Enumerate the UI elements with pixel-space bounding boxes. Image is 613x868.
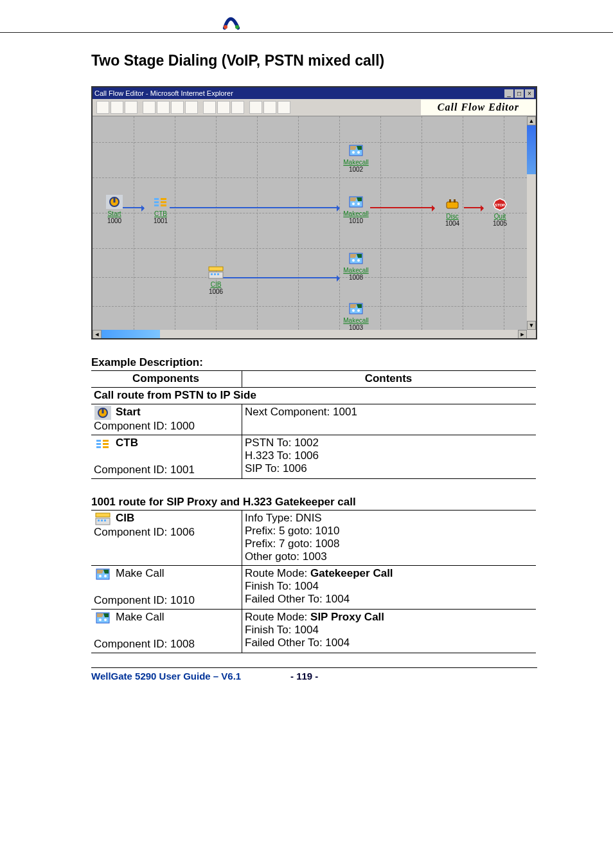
tb-grid-icon[interactable] [263,101,276,114]
footer: WellGate 5290 User Guide – V6.1 - 119 - [91,667,537,682]
row-mc1008-comp: Make Call Component ID: 1008 [91,610,242,653]
row-cib-contents: Info Type: DNIS Prefix: 5 goto: 1010 Pre… [242,511,537,566]
tb-new-icon[interactable] [96,101,109,114]
node-makecall-1002[interactable]: Makecall 1002 [342,143,370,173]
node-ctb[interactable]: CTB 1001 [147,195,175,224]
tb-cut-icon[interactable] [143,101,155,114]
start-icon [94,406,112,420]
scroll-up-button[interactable]: ▲ [527,116,536,125]
cib-icon [94,512,112,526]
footer-left: WellGate 5290 User Guide – V6.1 [91,671,290,682]
row-cib-comp: CIB Component ID: 1006 [91,511,242,566]
node-makecall-1008[interactable]: Makecall 1008 [342,251,370,281]
start-icon [106,195,123,209]
tb-run-icon[interactable] [278,101,290,114]
th-contents: Contents [242,371,537,388]
node-disc[interactable]: Disc 1004 [438,197,466,227]
flow-header: Call route from PSTN to IP Side [91,388,536,404]
window-toolbar: Call Flow Editor [93,99,536,116]
node-makecall-1010[interactable]: Makecall 1010 [342,195,370,224]
h-scrollbar[interactable]: ◄ ► [93,330,527,339]
scroll-corner [527,330,536,339]
tb-delete-icon[interactable] [185,101,198,114]
ctb-icon [94,437,112,451]
callflow-window: Call Flow Editor - Microsoft Internet Ex… [91,86,537,339]
logo-icon [222,12,241,31]
makecall-icon [348,143,364,158]
tb-hand-icon[interactable] [231,101,244,114]
arrow [370,207,434,208]
tb-zoom-icon[interactable] [249,101,262,114]
header-bar [0,0,613,33]
row-ctb-contents: PSTN To: 1002 H.323 To: 1006 SIP To: 100… [242,435,537,479]
win-max-button[interactable]: □ [515,89,524,98]
row-mc1008-contents: Route Mode: SIP Proxy Call Finish To: 10… [242,610,537,653]
makecall-icon [348,195,364,209]
example-heading: Example Description: [91,356,537,369]
tb-open-icon[interactable] [111,101,123,114]
callflow-canvas[interactable]: Start 1000 CTB 1001 CIB 1006 Makecall 10… [93,116,536,339]
arrow [221,277,339,278]
arrow [170,207,339,208]
row-ctb-comp: CTB Component ID: 1001 [91,435,242,479]
node-quit[interactable]: Quit 1005 [486,197,514,227]
win-close-button[interactable]: × [525,89,534,98]
window-brand: Call Flow Editor [421,100,536,115]
subtitle-2: 1001 route for SIP Proxy and H.323 Gatek… [91,496,537,509]
arrow [464,207,483,208]
svg-point-26 [235,25,239,29]
ctb-icon [152,195,169,209]
window-title: Call Flow Editor - Microsoft Internet Ex… [94,89,233,97]
makecall-icon [348,251,364,266]
makecall-icon [94,567,112,581]
makecall-icon [348,302,364,316]
table-2: CIB Component ID: 1006 Info Type: DNIS P… [91,510,536,653]
tb-draw-icon[interactable] [203,101,216,114]
th-components: Components [91,371,242,388]
scroll-right-button[interactable]: ► [518,330,527,339]
node-start[interactable]: Start 1000 [100,195,129,224]
v-scrollbar[interactable]: ▲ ▼ [527,116,536,330]
win-min-button[interactable]: _ [504,89,513,98]
window-titlebar: Call Flow Editor - Microsoft Internet Ex… [93,87,536,99]
tb-paste-icon[interactable] [171,101,184,114]
svg-point-25 [224,25,227,29]
tb-save-icon[interactable] [125,101,138,114]
disc-icon [444,197,461,212]
table-1: Components Contents Call route from PSTN… [91,370,536,479]
scroll-left-button[interactable]: ◄ [93,330,102,339]
tb-copy-icon[interactable] [157,101,170,114]
row-start-comp: Start Component ID: 1000 [91,404,242,435]
row-mc1010-comp: Make Call Component ID: 1010 [91,566,242,610]
makecall-icon [94,611,112,625]
tb-pointer-icon[interactable] [217,101,230,114]
node-makecall-1003[interactable]: Makecall 1003 [342,302,370,331]
node-cib[interactable]: CIB 1006 [202,266,230,295]
cib-icon [208,266,224,280]
footer-page: - 119 - [290,671,318,682]
row-mc1010-contents: Route Mode: Gatekeeper Call Finish To: 1… [242,566,537,610]
row-start-contents: Next Component: 1001 [242,404,537,435]
scroll-down-button[interactable]: ▼ [527,321,536,330]
page-title: Two Stage Dialing (VoIP, PSTN mixed call… [91,52,537,69]
quit-icon [492,197,508,212]
